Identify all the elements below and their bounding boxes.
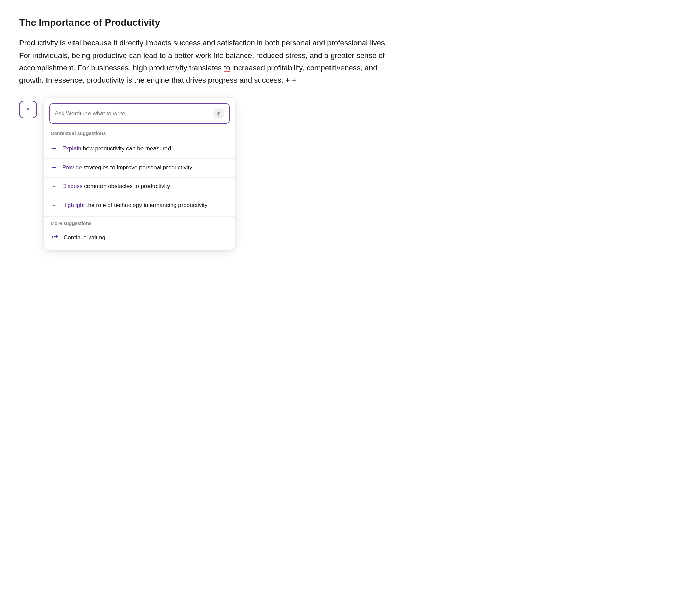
continue-writing-icon <box>51 233 59 243</box>
wordtune-container: Contextual suggestions Explain how produ… <box>19 98 391 250</box>
svg-rect-1 <box>52 237 53 238</box>
suggestion-item-provide[interactable]: Provide strategies to improve personal p… <box>44 158 235 177</box>
article-title: The Importance of Productivity <box>19 16 391 29</box>
suggestion-keyword-provide: Provide <box>62 164 82 171</box>
suggestion-keyword-explain: Explain <box>62 145 81 152</box>
search-input[interactable] <box>55 110 213 117</box>
suggestion-rest-discuss: common obstacles to productivity <box>83 183 170 189</box>
continue-writing-label: Continue writing <box>64 234 105 241</box>
search-submit-button[interactable] <box>213 108 224 119</box>
suggestion-item-highlight[interactable]: Highlight the role of technology in enha… <box>44 196 235 215</box>
suggestion-text-provide: Provide strategies to improve personal p… <box>62 163 192 172</box>
suggestion-text-highlight: Highlight the role of technology in enha… <box>62 201 207 210</box>
suggestion-text-explain: Explain how productivity can be measured <box>62 145 171 153</box>
star-icon-4 <box>51 202 57 210</box>
svg-rect-0 <box>52 236 53 237</box>
suggestion-text-discuss: Discuss common obstacles to productivity <box>62 182 170 191</box>
star-icon-2 <box>51 164 57 172</box>
contextual-suggestions-label: Contextual suggestions <box>44 128 235 140</box>
star-icon-1 <box>51 145 57 154</box>
suggestion-item-explain[interactable]: Explain how productivity can be measured <box>44 140 235 158</box>
arrow-up-icon <box>216 111 221 116</box>
star-icon-3 <box>51 183 57 191</box>
underline-both-personal: both personal <box>265 39 310 47</box>
suggestion-rest-explain: how productivity can be measured <box>81 145 171 152</box>
wordtune-icon-button[interactable] <box>19 101 37 118</box>
suggestion-rest-highlight: the role of technology in enhancing prod… <box>85 202 207 208</box>
underline-to: to <box>224 64 230 72</box>
continue-writing-item[interactable]: Continue writing <box>44 229 235 247</box>
wordtune-panel: Contextual suggestions Explain how produ… <box>44 98 235 250</box>
suggestion-keyword-discuss: Discuss <box>62 183 83 189</box>
search-box-wrapper <box>44 98 235 128</box>
sparkle-icon <box>23 105 33 114</box>
more-suggestions-label: More suggestions <box>44 216 235 229</box>
article-body: Productivity is vital because it directl… <box>19 37 388 87</box>
suggestion-rest-provide: strategies to improve personal productiv… <box>82 164 192 171</box>
suggestion-keyword-highlight: Highlight <box>62 202 85 208</box>
search-box <box>49 103 230 124</box>
suggestion-item-discuss[interactable]: Discuss common obstacles to productivity <box>44 177 235 196</box>
